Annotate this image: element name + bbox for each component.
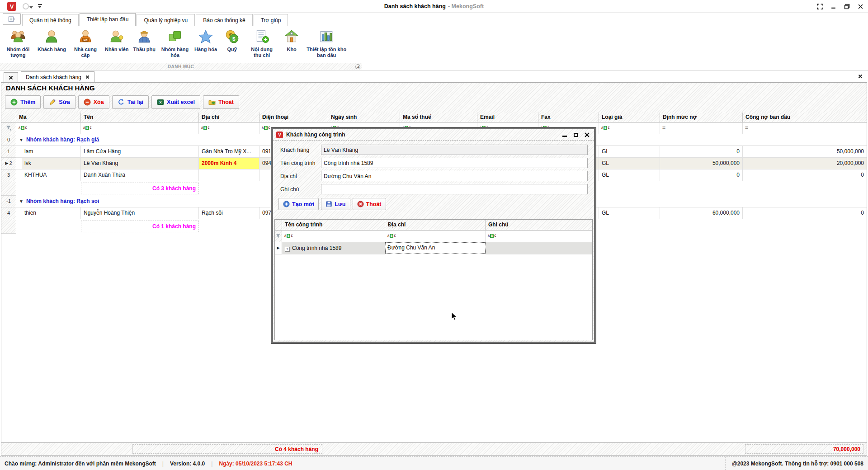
col-ma-so-thue[interactable]: Mã số thuế [400, 113, 477, 122]
close-button[interactable] [857, 3, 863, 9]
tab-tro-giup[interactable]: Trợ giúp [254, 14, 288, 26]
tab-close-icon[interactable] [85, 75, 90, 79]
cell-dia-chi-highlighted[interactable]: 2000m Kinh 4 [199, 158, 259, 169]
cell-ten[interactable]: Nguyễn Hoàng Thiện [81, 207, 199, 219]
ribbon-item-hang-hoa[interactable]: Hàng hóa [192, 28, 219, 53]
cell-dia-chi[interactable]: Rạch sỏi [199, 207, 259, 219]
cell-loai-gia[interactable]: GL [599, 146, 660, 158]
cell-dinh-muc-no[interactable]: 0 [660, 146, 743, 158]
col-ten[interactable]: Tên [81, 113, 199, 122]
delete-button[interactable]: Xóa [78, 95, 109, 109]
filter-cong-no[interactable]: = [743, 122, 867, 134]
filter-ma[interactable] [16, 122, 81, 134]
col-cong-no-ban-dau[interactable]: Công nợ ban đầu [743, 113, 867, 122]
ribbon-item-nhom-doi-tuong[interactable]: Nhóm đối tượng [1, 28, 35, 59]
col-email[interactable]: Email [477, 113, 538, 122]
collapse-triangle-icon[interactable]: ▼ [19, 134, 24, 146]
col-dia-chi[interactable]: Địa chỉ [385, 220, 486, 230]
dialog-save-button[interactable]: Lưu [321, 198, 350, 210]
group-dialog-launcher-icon[interactable]: ◢ [355, 64, 360, 69]
export-excel-button[interactable]: X Xuất excel [151, 95, 200, 109]
window-title-text: Danh sách khách hàng [384, 3, 446, 9]
cell-loai-gia[interactable]: GL [599, 169, 660, 181]
ribbon-item-nhan-vien[interactable]: Nhân viên [103, 28, 131, 53]
filter-loai-gia[interactable] [599, 122, 660, 134]
col-dien-thoai[interactable]: Điện thoại [259, 113, 328, 122]
doc-tab-danh-sach-khach-hang[interactable]: Danh sách khách hàng [21, 71, 94, 82]
ribbon-item-quy[interactable]: € $ Quỹ [219, 28, 245, 53]
filter-ten-cong-trinh[interactable] [282, 230, 385, 242]
abc-filter-icon [83, 126, 91, 130]
col-fax[interactable]: Fax [538, 113, 599, 122]
col-ghi-chu[interactable]: Ghi chú [486, 220, 592, 230]
cell-ghi-chu[interactable] [486, 242, 592, 254]
ribbon-item-thiet-lap-ton-kho[interactable]: Thiết lập tồn kho ban đầu [304, 28, 349, 59]
filter-dinh-muc-no[interactable]: = [660, 122, 743, 134]
cell-cong-no[interactable]: 20,000,000 [743, 158, 867, 169]
cell-dinh-muc-no[interactable]: 0 [660, 169, 743, 181]
cell-ten[interactable]: Danh Xuân Thừa [81, 169, 199, 181]
ribbon-item-khach-hang[interactable]: Khách hàng [35, 28, 68, 53]
dialog-new-button[interactable]: Tạo mới [278, 198, 319, 210]
cell-ten[interactable]: Lê Văn Kháng [81, 158, 199, 169]
close-all-tabs-button[interactable] [4, 72, 18, 82]
cell-dia-chi-editor[interactable]: Đường Chu Văn An [385, 242, 486, 254]
minimize-button[interactable] [830, 3, 836, 9]
cell-dinh-muc-no[interactable]: 60,000,000 [660, 207, 743, 219]
cell-cong-no[interactable]: 0 [743, 169, 867, 181]
cell-ten[interactable]: Lâm Cửa Hàng [81, 146, 199, 158]
cell-loai-gia[interactable]: GL [599, 158, 660, 169]
cell-ma[interactable]: lam [22, 146, 81, 158]
col-ma[interactable]: Mã [16, 113, 81, 122]
note-field-input[interactable] [321, 184, 588, 194]
cell-cong-no[interactable]: 50,000,000 [743, 146, 867, 158]
cell-ma[interactable]: thien [22, 207, 81, 219]
filter-ten[interactable] [81, 122, 199, 134]
cell-dia-chi[interactable] [199, 169, 259, 181]
ribbon-menu-button[interactable] [3, 13, 21, 25]
cell-ten-cong-trinh[interactable]: +Công trình nhà 1589 [282, 242, 385, 254]
status-support: @2023 MekongSoft. Thông tin hỗ trợ: 0901… [725, 457, 863, 470]
cell-dia-chi[interactable]: Gần Nhà Trọ Mỹ X... [199, 146, 259, 158]
cell-ma[interactable]: KHTHUA [22, 169, 81, 181]
tab-quan-tri-he-thong[interactable]: Quản trị hệ thống [22, 14, 79, 26]
ribbon-item-noi-dung-thu-chi[interactable]: Nội dung thu chi [245, 28, 279, 59]
add-button[interactable]: Thêm [5, 95, 41, 109]
ribbon-item-nha-cung-cap[interactable]: DX Nhà cung cấp [68, 28, 103, 59]
ribbon-item-nhom-hang-hoa[interactable]: Nhóm hàng hóa [158, 28, 192, 59]
tabstrip-close-button[interactable] [858, 74, 863, 80]
col-dia-chi[interactable]: Địa chỉ [199, 113, 259, 122]
reload-button[interactable]: Tải lại [112, 95, 149, 109]
filter-dia-chi[interactable] [199, 122, 259, 134]
tab-quan-ly-nghiep-vu[interactable]: Quản lý nghiệp vụ [137, 14, 195, 26]
address-field-input[interactable] [321, 171, 588, 181]
cell-ma[interactable]: lvk [22, 158, 81, 169]
dialog-exit-button[interactable]: Thoát [353, 198, 386, 210]
collapse-triangle-icon[interactable]: ▼ [19, 196, 24, 207]
col-dinh-muc-no[interactable]: Định mức nợ [660, 113, 743, 122]
customer-field-input[interactable] [321, 145, 588, 155]
ribbon-item-kho[interactable]: Kho [279, 28, 304, 53]
dialog-maximize-button[interactable] [574, 133, 578, 137]
filter-dia-chi[interactable] [385, 230, 486, 242]
cell-dinh-muc-no[interactable]: 50,000,000 [660, 158, 743, 169]
dialog-minimize-button[interactable] [562, 136, 567, 137]
tab-thiet-lap-ban-dau[interactable]: Thiết lập ban đầu [80, 13, 136, 26]
expand-plus-icon[interactable]: + [285, 247, 290, 252]
exit-button[interactable]: Thoát [203, 95, 239, 109]
restore-button[interactable] [844, 3, 850, 9]
col-ngay-sinh[interactable]: Ngày sinh [328, 113, 400, 122]
filter-ghi-chu[interactable] [486, 230, 592, 242]
svg-text:$: $ [232, 36, 236, 42]
dialog-close-button[interactable] [585, 132, 590, 137]
cell-loai-gia[interactable]: GL [599, 207, 660, 219]
ribbon-item-thau-phu[interactable]: Thầu phụ [131, 28, 158, 53]
fullscreen-button[interactable] [816, 3, 823, 9]
project-field-input[interactable] [321, 158, 588, 168]
tab-bao-cao-thong-ke[interactable]: Báo cáo thống kê [196, 14, 252, 26]
edit-button[interactable]: Sửa [43, 95, 75, 109]
col-loai-gia[interactable]: Loại giá [599, 113, 660, 122]
col-ten-cong-trinh[interactable]: Tên công trình [282, 220, 385, 230]
project-row[interactable]: ▶ +Công trình nhà 1589 Đường Chu Văn An [275, 242, 592, 254]
cell-cong-no[interactable]: 0 [743, 207, 867, 219]
